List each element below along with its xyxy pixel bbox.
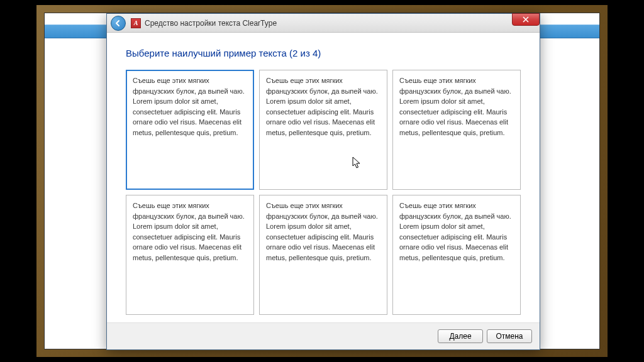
cancel-button[interactable]: Отмена [487,329,532,343]
back-arrow-icon [114,19,122,27]
back-button[interactable] [111,16,126,31]
wizard-button-row: Далее Отмена [107,322,540,349]
cleartype-app-icon: A [131,18,141,28]
cleartype-wizard-window: A Средство настройки текста ClearType Вы… [106,13,540,350]
page-heading: Выберите наилучший пример текста (2 из 4… [126,48,521,58]
text-sample-2[interactable]: Съешь еще этих мягких французских булок,… [259,70,387,190]
text-sample-3[interactable]: Съешь еще этих мягких французских булок,… [392,70,521,190]
next-button[interactable]: Далее [438,329,483,343]
text-sample-1[interactable]: Съешь еще этих мягких французских булок,… [126,70,254,190]
video-frame-inner: A Средство настройки текста ClearType Вы… [44,13,600,349]
text-sample-5[interactable]: Съешь еще этих мягких французских булок,… [259,195,387,315]
window-title: Средство настройки текста ClearType [145,19,277,28]
wizard-content: Выберите наилучший пример текста (2 из 4… [107,33,540,349]
text-samples-grid: Съешь еще этих мягких французских булок,… [126,70,521,315]
titlebar[interactable]: A Средство настройки текста ClearType [107,14,540,33]
text-sample-4[interactable]: Съешь еще этих мягких французских булок,… [126,195,254,315]
text-sample-6[interactable]: Съешь еще этих мягких французских булок,… [392,195,521,315]
close-icon [523,16,529,23]
close-button[interactable] [512,13,540,26]
video-frame-outer: A Средство настройки текста ClearType Вы… [36,5,608,357]
